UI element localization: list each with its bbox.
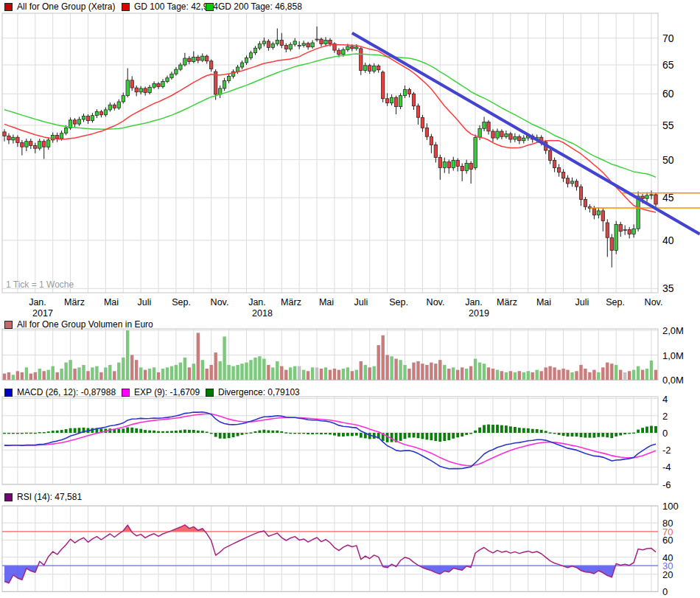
year-label: 2017 [32,308,53,319]
macd-divergence-bar [593,433,596,438]
volume-bar [351,371,354,380]
candle-body [505,134,508,137]
candle-body [434,145,437,157]
volume-bar [588,372,591,380]
candle-body [447,162,450,168]
macd-divergence-bar [650,426,653,434]
volume-bar [113,371,116,380]
macd-divergence-bar [78,428,81,433]
gd200-swatch-icon [206,3,214,11]
volume-bar [425,365,428,380]
candle-body [337,50,340,55]
volume-bar [434,364,437,380]
volume-bar [302,370,305,380]
macd-divergence-bar [206,432,209,434]
candle-body [108,105,111,110]
macd-divergence-bar [267,431,270,434]
volume-bar [3,374,6,380]
macd-divergence-bar [157,431,160,433]
macd-divergence-bar [360,433,363,438]
rsi-70-label: 70 [662,526,673,538]
macd-divergence-bar [179,430,182,433]
volume-bar [443,365,446,380]
macd-tick-label: -2 [662,445,671,456]
macd-divergence-bar [628,433,631,434]
candle-body [557,168,560,173]
macd-divergence-bar [210,433,213,434]
candle-body [280,41,283,46]
candle-body [192,58,195,62]
candle-body [456,161,459,167]
volume-bar [245,363,248,380]
volume-bar [86,371,89,380]
month-label: Jan. [29,297,46,307]
candle-body [628,229,631,234]
volume-bar [197,333,200,380]
volume-bar [227,365,230,380]
macd-divergence-bar [65,429,68,433]
macd-tick-label: -4 [662,462,671,473]
volume-bar [267,365,270,380]
candle-body [175,69,178,74]
volume-bar [298,366,301,380]
candle-body [320,39,323,44]
candle-body [606,223,609,237]
candle-body [615,224,617,250]
legend-item-exp: EXP (9): -1,6709 [122,387,200,397]
volume-bar [645,369,648,380]
candle-body [553,161,556,168]
candle-body [284,46,287,49]
candle-body [394,97,397,107]
volume-bar [122,358,125,380]
macd-divergence-bar [496,425,499,433]
volume-bar [289,367,292,380]
candle-body [311,43,314,47]
macd-divergence-bar [478,428,481,433]
volume-bar [364,365,367,380]
macd-divergence-bar [201,431,204,433]
macd-divergence-bar [271,431,274,433]
volume-bar [540,371,543,380]
candle-body [641,196,644,198]
volume-bar [135,360,138,380]
candle-body [487,122,490,131]
candle-body [34,145,37,148]
candle-body [385,99,388,103]
volume-bar [130,355,133,380]
volume-bar [276,361,279,380]
price-tick-label: 40 [662,234,674,246]
macd-divergence-bar [645,427,648,434]
price-tick-label: 50 [662,154,674,166]
volume-bar [311,367,314,380]
macd-divergence-bar [558,433,561,435]
candle-body [21,143,24,147]
macd-divergence-bar [514,427,517,433]
volume-bar [34,372,37,380]
macd-divergence-bar [197,431,200,433]
volume-bar [360,361,363,380]
macd-divergence-bar [355,433,358,436]
volume-bar [474,359,477,380]
macd-divergence-bar [324,433,327,434]
volume-bar [95,366,98,380]
macd-divergence-bar [232,433,235,437]
macd-tick-label: 0 [662,428,668,439]
exp-label: EXP (9): -1,6709 [134,387,200,397]
volume-bar [447,369,450,380]
macd-divergence-bar [16,433,19,434]
candle-body [645,195,648,198]
rsi-tick-label: 0 [662,586,668,597]
month-label: März [281,297,301,307]
volume-bar [416,361,419,380]
macd-divergence-bar [351,433,354,436]
macd-divergence-bar [34,433,37,434]
macd-divergence-bar [452,433,455,439]
macd-divergence-bar [307,433,309,434]
macd-divergence-bar [228,433,231,438]
volume-bar [43,371,46,380]
candle-body [390,97,393,103]
candle-body [474,137,477,167]
macd-divergence-bar [461,433,463,437]
volume-bar [557,370,560,380]
candle-body [566,178,569,184]
